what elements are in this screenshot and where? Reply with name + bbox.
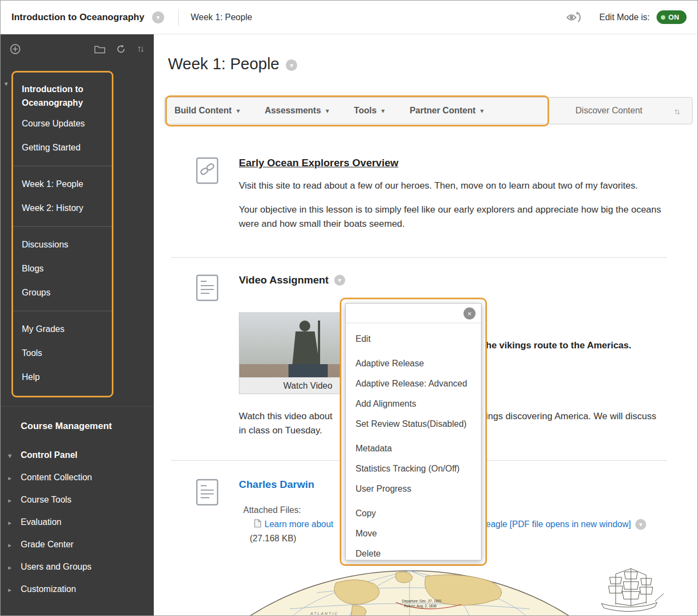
course-menu: ▾ Introduction to Oceanography Course Up… (1, 71, 154, 397)
partner-content-label: Partner Content (410, 106, 476, 116)
menu-item-set-review-status[interactable]: Set Review Status(Disabled) (346, 414, 481, 434)
text-fragment: Watch this video about (239, 409, 332, 424)
context-menu-group: Metadata Statistics Tracking (On/Off) Us… (346, 438, 481, 499)
content-item-early-ocean-explorers: Early Ocean Explorers Overview Visit thi… (171, 141, 667, 258)
item-icon-column (171, 157, 239, 231)
build-content-button[interactable]: Build Content ▾ (174, 106, 239, 116)
item-label: Evaluation (21, 517, 62, 527)
refresh-icon[interactable] (116, 44, 126, 54)
sidebar-item-users-and-groups[interactable]: ▸ Users and Groups (1, 555, 154, 578)
menu-item-user-progress[interactable]: User Progress (346, 479, 481, 499)
attached-file-row: Learn more about (254, 519, 333, 530)
chevron-down-icon: ▾ (8, 450, 11, 462)
menu-divider (13, 226, 112, 227)
item-paragraph: Your objective in this lesson is to simp… (239, 203, 667, 231)
item-title: Video Assignment (239, 274, 329, 286)
discover-content-button[interactable]: Discover Content (575, 106, 642, 116)
menu-item-adaptive-release[interactable]: Adaptive Release (346, 353, 481, 373)
chevron-down-icon: ▾ (326, 107, 329, 114)
pdf-link-fragment[interactable]: eagle [PDF file opens in new window] (486, 520, 631, 529)
sidebar-item-tools[interactable]: Tools (13, 341, 112, 365)
sidebar-item-getting-started[interactable]: Getting Started (13, 136, 112, 160)
file-icon (254, 519, 261, 530)
sidebar-item-course-tools[interactable]: ▸ Course Tools (1, 488, 154, 511)
tools-button[interactable]: Tools ▾ (354, 106, 384, 116)
sidebar-item-grade-center[interactable]: ▸ Grade Center (1, 533, 154, 555)
context-menu-list: Edit Adaptive Release Adaptive Release: … (346, 323, 481, 560)
chevron-right-icon: ▸ (8, 495, 11, 506)
item-paragraph: Visit this site to read about a few of o… (239, 179, 667, 193)
sidebar-item-my-grades[interactable]: My Grades (13, 317, 112, 341)
action-bar: Build Content ▾ Assessments ▾ Tools ▾ Pa… (164, 97, 693, 124)
chevron-down-icon: ▾ (480, 107, 484, 114)
link-options-chevron-icon[interactable]: ▾ (635, 519, 646, 530)
menu-item-delete[interactable]: Delete (346, 543, 481, 560)
sidebar-item-week2-history[interactable]: Week 2: History (13, 196, 112, 220)
reorder-icon[interactable]: ↑↓ (137, 44, 143, 55)
context-menu-group: Adaptive Release Adaptive Release: Advan… (346, 353, 481, 434)
ship-illustration (594, 567, 665, 616)
map-ocean-label: ATLANTIC (310, 611, 339, 616)
context-menu-highlight-box: × Edit Adaptive Release Adaptive Release… (340, 298, 487, 566)
chevron-right-icon: ▸ (8, 584, 11, 596)
item-label: Grade Center (21, 540, 74, 549)
course-menu-box: Introduction to Oceanography Course Upda… (11, 71, 113, 397)
context-menu: × Edit Adaptive Release Adaptive Release… (345, 303, 482, 560)
item-label: Customization (21, 584, 76, 594)
pdf-link-fragment[interactable]: Learn more about (264, 520, 333, 529)
menu-divider (13, 311, 112, 311)
sidebar-item-control-panel[interactable]: ▾ Control Panel (1, 444, 154, 466)
sidebar-item-groups[interactable]: Groups (13, 281, 112, 305)
close-icon[interactable]: × (464, 307, 476, 319)
sidebar-item-discussions[interactable]: Discussions (13, 233, 112, 257)
item-options-chevron-icon[interactable]: ▾ (334, 275, 345, 286)
control-panel-label: Control Panel (21, 450, 77, 460)
item-title-row: Video Assignment ▾ (239, 274, 345, 286)
sidebar-item-content-collection[interactable]: ▸ Content Collection (1, 466, 154, 488)
sidebar-item-evaluation[interactable]: ▸ Evaluation (1, 511, 154, 533)
item-title-link[interactable]: Early Ocean Explorers Overview (239, 157, 399, 168)
edit-mode-toggle[interactable]: ON (657, 10, 687, 24)
build-content-label: Build Content (174, 106, 232, 116)
item-text-column: Early Ocean Explorers Overview Visit thi… (239, 157, 667, 231)
assessments-button[interactable]: Assessments ▾ (264, 106, 329, 116)
sidebar-item-customization[interactable]: ▸ Customization (1, 578, 154, 600)
context-menu-header: × (346, 304, 481, 323)
folder-view-icon[interactable] (94, 45, 105, 53)
sidebar: ↑↓ ▾ Introduction to Oceanography Course… (1, 34, 154, 616)
chevron-right-icon: ▸ (8, 473, 11, 484)
collapse-caret-icon[interactable]: ▾ (4, 80, 8, 88)
partner-content-button[interactable]: Partner Content ▾ (410, 106, 483, 116)
menu-item-move[interactable]: Move (346, 523, 481, 543)
course-title-dropdown-icon[interactable]: ▾ (152, 11, 164, 23)
application-window: Introduction to Oceanography ▾ Week 1: P… (0, 0, 698, 616)
item-title-link[interactable]: Charles Darwin (239, 479, 314, 491)
item-label: Users and Groups (21, 562, 92, 571)
menu-item-metadata[interactable]: Metadata (346, 438, 481, 458)
menu-item-adaptive-release-advanced[interactable]: Adaptive Release: Advanced (346, 373, 481, 394)
menu-item-edit[interactable]: Edit (346, 329, 481, 349)
student-preview-icon[interactable] (565, 10, 584, 25)
menu-item-add-alignments[interactable]: Add Alignments (346, 394, 481, 414)
pdf-link-fragment-right: eagle [PDF file opens in new window] ▾ (486, 519, 646, 530)
document-icon (196, 479, 219, 508)
context-menu-group: Copy Move Delete (346, 503, 481, 560)
page-title-dropdown-icon[interactable]: ▾ (286, 59, 297, 71)
tools-label: Tools (354, 106, 376, 116)
sort-icon[interactable]: ↑↓ (674, 106, 679, 116)
menu-item-statistics-tracking[interactable]: Statistics Tracking (On/Off) (346, 458, 481, 479)
chevron-right-icon: ▸ (8, 517, 11, 529)
sidebar-item-help[interactable]: Help (13, 365, 112, 389)
sidebar-item-blogs[interactable]: Blogs (13, 257, 112, 281)
edit-mode-label: Edit Mode is: (599, 13, 649, 22)
menu-divider (13, 166, 112, 166)
sidebar-item-course-updates[interactable]: Course Updates (13, 112, 112, 136)
sidebar-item-week1-people[interactable]: Week 1: People (13, 172, 112, 196)
sidebar-item-course-home[interactable]: Introduction to Oceanography (13, 77, 112, 112)
menu-item-copy[interactable]: Copy (346, 503, 481, 523)
add-menu-item-icon[interactable] (10, 44, 21, 55)
page-title: Week 1: People (168, 55, 279, 73)
top-bar: Introduction to Oceanography ▾ Week 1: P… (1, 1, 697, 34)
course-management-section: Course Management ▾ Control Panel ▸ Cont… (1, 406, 154, 600)
text-fragment: ings discovering America. We will discus… (486, 409, 656, 424)
